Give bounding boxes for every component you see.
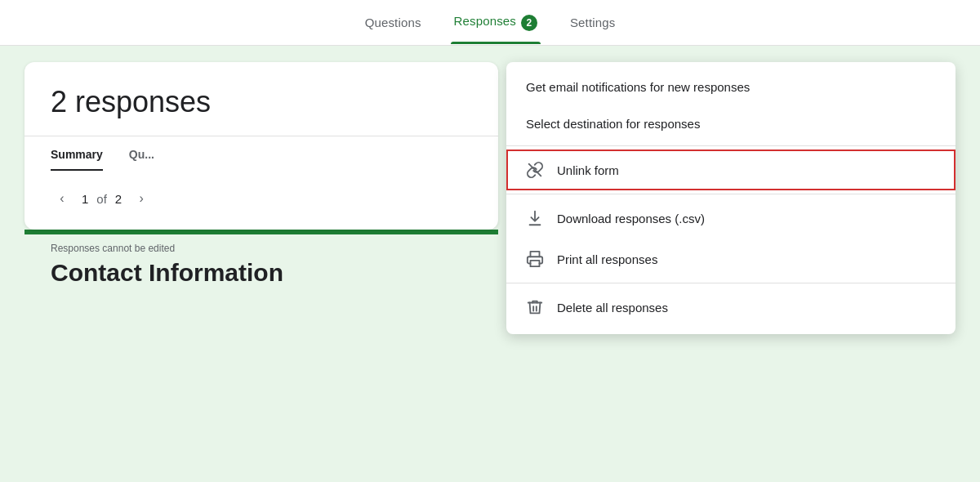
responses-badge: 2 xyxy=(521,15,537,31)
main-area: 2 responses Summary Qu... ‹ 1 of 2 › Res… xyxy=(0,46,980,482)
tab-responses[interactable]: Responses2 xyxy=(451,1,541,43)
menu-item-download-csv[interactable]: Download responses (.csv) xyxy=(506,198,956,239)
menu-divider-2 xyxy=(506,194,956,194)
print-icon xyxy=(526,250,544,268)
inner-tab-question[interactable]: Qu... xyxy=(129,148,154,171)
top-navigation: Questions Responses2 Settings xyxy=(0,0,980,46)
menu-item-delete-responses[interactable]: Delete all responses xyxy=(506,287,956,328)
menu-item-select-destination[interactable]: Select destination for responses xyxy=(506,105,956,142)
svg-rect-1 xyxy=(531,261,540,266)
pagination-next[interactable]: › xyxy=(130,187,153,210)
tab-settings[interactable]: Settings xyxy=(567,2,618,42)
responses-count: 2 responses xyxy=(51,85,472,119)
download-icon xyxy=(526,209,544,227)
pagination-row: ‹ 1 of 2 › xyxy=(51,187,472,210)
pagination-prev[interactable]: ‹ xyxy=(51,187,74,210)
inner-tab-row: Summary Qu... xyxy=(51,136,472,171)
svg-line-0 xyxy=(529,164,541,176)
inner-tab-summary[interactable]: Summary xyxy=(51,148,103,171)
menu-item-print-responses[interactable]: Print all responses xyxy=(506,239,956,279)
trash-icon xyxy=(526,298,544,316)
pagination-separator: of xyxy=(96,192,107,206)
pagination-total: 2 xyxy=(115,192,122,206)
pagination-current: 1 xyxy=(82,192,88,206)
unlink-icon xyxy=(526,161,544,179)
dropdown-menu: Get email notifications for new response… xyxy=(506,62,956,334)
menu-item-email-notifications[interactable]: Get email notifications for new response… xyxy=(506,69,956,105)
menu-divider-3 xyxy=(506,283,956,283)
tab-questions[interactable]: Questions xyxy=(362,2,425,42)
menu-item-unlink-form[interactable]: Unlink form xyxy=(506,150,956,190)
menu-divider-1 xyxy=(506,145,956,146)
responses-card: 2 responses Summary Qu... ‹ 1 of 2 › xyxy=(24,62,498,230)
